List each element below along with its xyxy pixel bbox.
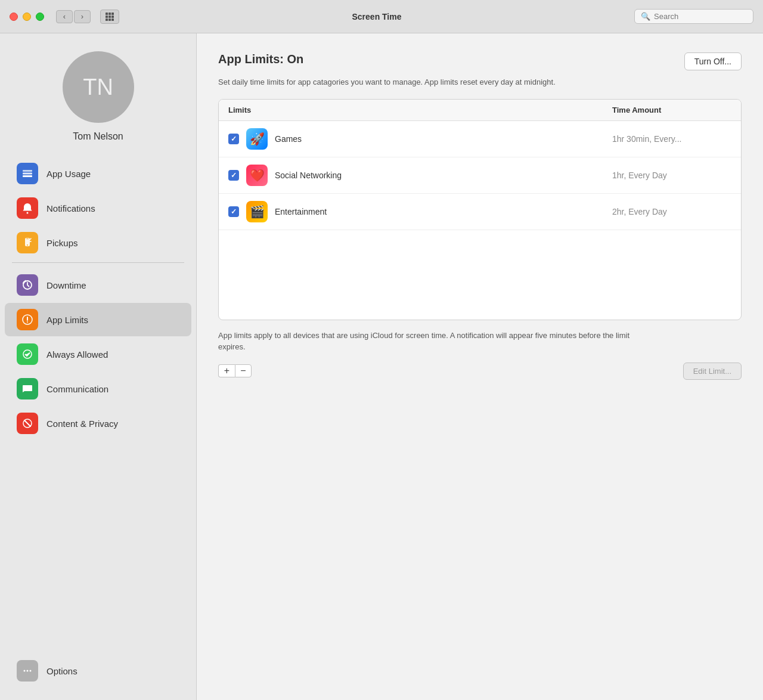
search-input[interactable] (654, 12, 747, 21)
svg-point-6 (27, 244, 28, 246)
app-icon-games: 🚀 (246, 128, 268, 150)
app-name-entertainment: Entertainment (275, 207, 605, 216)
svg-rect-5 (26, 239, 29, 239)
search-icon: 🔍 (641, 12, 650, 21)
remove-limit-button[interactable]: − (235, 364, 252, 377)
svg-point-14 (27, 670, 29, 672)
sidebar-item-pickups[interactable]: Pickups (5, 226, 191, 259)
table-header: Limits Time Amount (219, 100, 741, 121)
sidebar-bottom: Options (0, 646, 196, 688)
forward-button[interactable]: › (74, 10, 91, 23)
app-name-social: Social Networking (275, 171, 605, 180)
svg-rect-9 (27, 321, 28, 323)
checkbox-games[interactable]: ✓ (228, 134, 239, 144)
options-icon (17, 660, 38, 682)
app-usage-icon (17, 163, 38, 184)
svg-point-15 (30, 670, 32, 672)
bottom-actions: + − Edit Limit... (218, 363, 742, 380)
sidebar-label-app-limits: App Limits (46, 315, 88, 325)
grid-icon (106, 13, 114, 21)
traffic-lights (10, 13, 44, 21)
svg-line-12 (24, 420, 30, 426)
svg-rect-8 (27, 317, 28, 321)
sidebar: TN Tom Nelson App Usage (0, 33, 197, 700)
sidebar-label-downtime: Downtime (46, 280, 86, 290)
sidebar-item-app-limits[interactable]: App Limits (5, 303, 191, 336)
checkmark-icon: ✓ (231, 207, 237, 216)
app-time-games: 1hr 30min, Every... (612, 134, 731, 144)
sidebar-label-options: Options (46, 666, 77, 676)
sidebar-item-content-privacy[interactable]: Content & Privacy (5, 407, 191, 440)
sidebar-label-communication: Communication (46, 384, 108, 394)
sidebar-item-communication[interactable]: Communication (5, 372, 191, 405)
svg-rect-2 (23, 170, 32, 172)
app-icon-social: ❤️ (246, 165, 268, 186)
sidebar-label-notifications: Notifications (46, 203, 95, 213)
sidebar-label-content-privacy: Content & Privacy (46, 419, 118, 429)
app-time-entertainment: 2hr, Every Day (612, 207, 731, 216)
limits-table: Limits Time Amount ✓ 🚀 Games 1hr 30min, … (218, 99, 742, 320)
app-time-social: 1hr, Every Day (612, 171, 731, 180)
sidebar-label-always-allowed: Always Allowed (46, 349, 108, 360)
title-prefix: App Limits: (218, 52, 284, 66)
table-row[interactable]: ✓ ❤️ Social Networking 1hr, Every Day (219, 157, 741, 194)
content-privacy-icon (17, 413, 38, 434)
titlebar: ‹ › Screen Time 🔍 (0, 0, 763, 33)
main-layout: TN Tom Nelson App Usage (0, 33, 763, 700)
always-allowed-icon (17, 343, 38, 365)
checkbox-social[interactable]: ✓ (228, 170, 239, 181)
sidebar-label-app-usage: App Usage (46, 169, 91, 179)
title-status: On (287, 52, 304, 66)
user-section: TN Tom Nelson (0, 45, 196, 156)
edit-limit-button: Edit Limit... (683, 363, 742, 380)
app-icon-entertainment: 🎬 (246, 201, 268, 222)
back-button[interactable]: ‹ (56, 10, 73, 23)
sidebar-item-always-allowed[interactable]: Always Allowed (5, 337, 191, 371)
content-area: App Limits: On Turn Off... Set daily tim… (197, 33, 763, 700)
footer-note: App limits apply to all devices that are… (218, 330, 647, 353)
grid-view-button[interactable] (100, 10, 119, 24)
app-limits-icon (17, 309, 38, 330)
svg-rect-0 (23, 175, 32, 177)
downtime-icon (17, 274, 38, 296)
app-name-games: Games (275, 134, 605, 144)
close-button[interactable] (10, 13, 18, 21)
turn-off-button[interactable]: Turn Off... (684, 52, 742, 70)
avatar: TN (63, 51, 134, 123)
minimize-button[interactable] (23, 13, 31, 21)
checkbox-entertainment[interactable]: ✓ (228, 206, 239, 217)
sidebar-item-downtime[interactable]: Downtime (5, 268, 191, 302)
sidebar-label-pickups: Pickups (46, 238, 78, 248)
communication-icon (17, 378, 38, 399)
sidebar-item-options[interactable]: Options (5, 654, 191, 687)
table-row[interactable]: ✓ 🚀 Games 1hr 30min, Every... (219, 121, 741, 157)
search-box: 🔍 (634, 9, 753, 24)
description-text: Set daily time limits for app catagories… (218, 76, 647, 88)
window-title: Screen Time (126, 12, 627, 21)
col-header-time: Time Amount (612, 106, 731, 114)
add-limit-button[interactable]: + (218, 364, 235, 377)
checkmark-icon: ✓ (231, 135, 237, 143)
sidebar-item-app-usage[interactable]: App Usage (5, 157, 191, 190)
add-remove-buttons: + − (218, 364, 252, 377)
user-name: Tom Nelson (73, 131, 123, 142)
maximize-button[interactable] (36, 13, 44, 21)
notifications-icon (17, 197, 38, 219)
table-row[interactable]: ✓ 🎬 Entertainment 2hr, Every Day (219, 194, 741, 230)
content-header: App Limits: On Turn Off... (218, 52, 742, 70)
nav-buttons: ‹ › (56, 10, 91, 23)
svg-rect-1 (23, 173, 32, 175)
table-empty-space (219, 230, 741, 320)
pickups-icon (17, 232, 38, 253)
checkmark-icon: ✓ (231, 171, 237, 179)
svg-point-3 (27, 212, 29, 214)
sidebar-item-notifications[interactable]: Notifications (5, 191, 191, 225)
page-title: App Limits: On (218, 52, 303, 66)
col-header-limits: Limits (228, 106, 612, 114)
svg-point-13 (24, 670, 26, 672)
sidebar-divider-1 (12, 262, 184, 263)
